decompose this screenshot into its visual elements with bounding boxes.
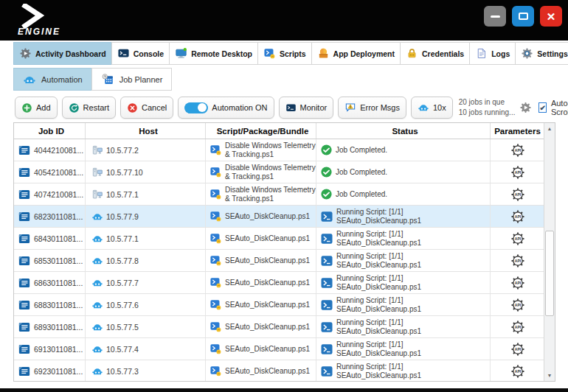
tab-app-deployment[interactable]: App Deployment: [311, 42, 401, 65]
api-parameters-icon[interactable]: API: [510, 320, 525, 335]
host-text: 10.5.77.1: [106, 234, 139, 243]
status-text: Running Script: [1/1] SEAuto_DiskCleanup…: [336, 296, 421, 314]
error-msgs-button[interactable]: Error Msgs: [338, 97, 406, 119]
subtab-automation[interactable]: Automation: [13, 68, 92, 91]
jobs-in-queue-text: 20 jobs in que: [459, 97, 516, 108]
table-row[interactable]: 6913011081... 10.5.77.4 SEAuto_DiskClean…: [14, 338, 544, 360]
job-id-text: 6883011081...: [34, 301, 83, 309]
column-header-host[interactable]: Host: [86, 123, 206, 139]
table-row[interactable]: 6843011081... 10.5.77.1 SEAuto_DiskClean…: [14, 228, 544, 250]
tab-scripts[interactable]: Scripts: [257, 42, 312, 65]
tab-activity-dashboard[interactable]: Activity Dashboard: [13, 42, 112, 65]
column-header-status[interactable]: Status: [316, 123, 491, 139]
maximize-icon: [519, 13, 528, 20]
job-list-icon: [18, 188, 31, 201]
tab-label: Scripts: [280, 49, 306, 58]
status-text: Running Script: [1/1] SEAuto_DiskCleanup…: [336, 318, 421, 336]
robot-icon: [91, 343, 103, 355]
job-id-text: 4054210081...: [34, 168, 83, 177]
host-text: 10.5.77.3: [106, 367, 139, 376]
table-row[interactable]: 6883011081... 10.5.77.6 SEAuto_DiskClean…: [14, 294, 544, 316]
status-text: Running Script: [1/1] SEAuto_DiskCleanup…: [336, 340, 421, 358]
powershell-script-icon: [209, 343, 222, 355]
api-parameters-icon[interactable]: API: [510, 187, 525, 202]
status-text: Running Script: [1/1] SEAuto_DiskCleanup…: [336, 230, 421, 248]
api-parameters-icon[interactable]: API: [510, 231, 525, 246]
job-id-text: 6823011081...: [34, 212, 83, 221]
cancel-icon: [127, 102, 138, 113]
speed-button[interactable]: 10x: [411, 97, 453, 119]
cancel-button[interactable]: Cancel: [120, 97, 173, 119]
tab-remote-desktop[interactable]: Remote Desktop: [169, 42, 258, 65]
api-parameters-icon[interactable]: API: [510, 364, 525, 379]
processing-gear-icon: [519, 99, 532, 116]
svg-text:API: API: [514, 214, 521, 218]
tab-settings[interactable]: Settings: [515, 42, 568, 65]
autoscroll-label: Auto-Scroll: [551, 99, 568, 116]
vertical-scrollbar[interactable]: ▲ ▼: [544, 123, 555, 381]
powershell-script-icon: [209, 232, 222, 245]
powershell-running-icon: [320, 210, 333, 223]
table-row[interactable]: 4074210081... 10.5.77.1 Disable Windows …: [14, 183, 544, 206]
table-row[interactable]: 6923011081... 10.5.77.3 SEAuto_DiskClean…: [14, 360, 544, 381]
status-text: Running Script: [1/1] SEAuto_DiskCleanup…: [336, 274, 421, 292]
column-header-script[interactable]: Script/Package/Bundle: [206, 123, 316, 139]
subtab-job-planner[interactable]: Job Planner: [91, 68, 173, 91]
table-row[interactable]: 6823011081... 10.5.77.9 SEAuto_DiskClean…: [14, 206, 544, 228]
svg-text:API: API: [514, 147, 521, 152]
jobs-running-text: 10 jobs running...: [459, 108, 516, 119]
powershell-running-icon: [320, 276, 333, 290]
api-parameters-icon[interactable]: API: [510, 276, 525, 290]
robot-icon: [91, 321, 103, 333]
robot-icon: [91, 233, 103, 245]
api-parameters-icon[interactable]: API: [510, 298, 525, 312]
api-parameters-icon[interactable]: API: [510, 143, 525, 158]
toggle-switch-on[interactable]: [184, 102, 208, 113]
table-row[interactable]: 4054210081... 10.5.77.10 Disable Windows…: [14, 161, 544, 183]
autoscroll-checkbox[interactable]: ✔: [538, 102, 546, 113]
table-header: Job ID Host Script/Package/Bundle Status…: [14, 123, 544, 139]
scroll-down-arrow-icon[interactable]: ▼: [544, 370, 555, 381]
checkmark-icon: ✔: [539, 104, 545, 112]
api-parameters-icon[interactable]: API: [510, 209, 525, 224]
job-list-icon: [18, 321, 31, 334]
table-row[interactable]: 4044210081... 10.5.77.2 Disable Windows …: [14, 139, 544, 161]
close-button[interactable]: ✕: [540, 6, 562, 27]
speed-label: 10x: [433, 103, 446, 112]
host-text: 10.5.77.5: [106, 323, 139, 332]
scroll-up-arrow-icon[interactable]: ▲: [544, 123, 555, 134]
automation-toggle-label: Automation ON: [212, 103, 267, 112]
script-name-text: SEAuto_DiskCleanup.ps1: [225, 323, 310, 332]
tab-console[interactable]: Console: [111, 42, 170, 65]
column-header-job-id[interactable]: Job ID: [14, 123, 86, 139]
script-name-text: Disable Windows Telemetry & Tracking.ps1: [225, 141, 316, 158]
job-list-icon: [18, 232, 31, 245]
jobs-queue-status: 20 jobs in que 10 jobs running...: [459, 97, 516, 119]
tab-credentials[interactable]: Credentials: [400, 42, 470, 65]
terminal-icon: [285, 102, 297, 113]
restart-button[interactable]: Restart: [62, 97, 116, 119]
add-button[interactable]: Add: [15, 97, 58, 119]
scrollbar-thumb[interactable]: [545, 231, 554, 316]
job-list-icon: [18, 254, 31, 267]
monitor-button[interactable]: Monitor: [279, 97, 334, 119]
api-parameters-icon[interactable]: API: [510, 253, 525, 268]
table-row[interactable]: 6853011081... 10.5.77.8 SEAuto_DiskClean…: [14, 250, 544, 272]
tab-logs[interactable]: Logs: [469, 42, 516, 65]
table-row[interactable]: 6863011081... 10.5.77.7 SEAuto_DiskClean…: [14, 272, 544, 294]
powershell-running-icon: [320, 343, 333, 356]
api-parameters-icon[interactable]: API: [510, 165, 525, 180]
powershell-running-icon: [320, 254, 333, 267]
automation-toggle-button[interactable]: Automation ON: [178, 97, 274, 119]
robot-icon: [91, 365, 103, 377]
powershell-script-icon: [209, 298, 222, 311]
api-parameters-icon[interactable]: API: [510, 342, 525, 357]
host-text: 10.5.77.1: [106, 190, 139, 199]
table-row[interactable]: 6893011081... 10.5.77.5 SEAuto_DiskClean…: [14, 316, 544, 338]
maximize-button[interactable]: [512, 6, 534, 27]
minimize-button[interactable]: [484, 6, 506, 27]
column-header-parameters[interactable]: Parameters: [491, 123, 544, 139]
computer-icon: [91, 144, 103, 156]
svg-text:API: API: [514, 302, 521, 307]
calendar-clock-icon: [101, 73, 114, 86]
